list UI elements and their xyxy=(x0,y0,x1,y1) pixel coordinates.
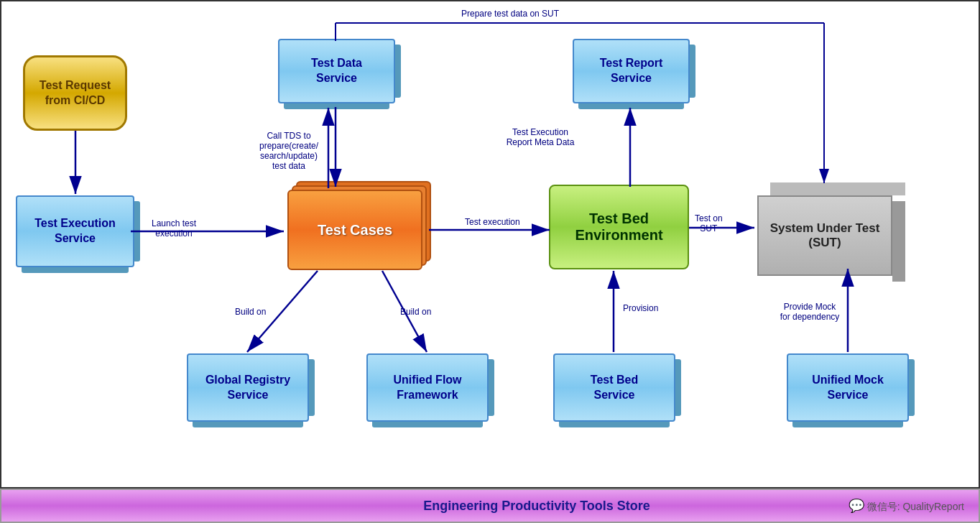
test-execution-arrow-label: Test execution xyxy=(465,217,520,227)
tab-right-3 xyxy=(690,45,695,98)
diagram-container: Test Request from CI/CD Test ExecutionSe… xyxy=(0,0,980,489)
test-request-box: Test Request from CI/CD xyxy=(23,55,127,131)
tab-right-4 xyxy=(309,359,315,416)
test-report-face: Test ReportService xyxy=(573,39,690,103)
unified-mock-face: Unified MockService xyxy=(787,353,909,422)
test-data-face: Test DataService xyxy=(278,39,395,103)
test-execution-report-label: Test ExecutionReport Meta Data xyxy=(497,127,583,147)
watermark: 💬 微信号: QualityReport xyxy=(849,498,964,514)
system-under-test-face: System Under Test(SUT) xyxy=(757,195,892,276)
tab-bottom-4 xyxy=(193,422,303,427)
test-bed-service-box: Test BedService xyxy=(553,353,675,422)
gray-top xyxy=(770,182,905,195)
unified-mock-box: Unified MockService xyxy=(787,353,909,422)
global-registry-label: Global RegistryService xyxy=(205,373,290,403)
tab-bottom-1 xyxy=(22,267,129,273)
unified-flow-label: Unified FlowFramework xyxy=(393,373,461,403)
watermark-icon: 💬 xyxy=(849,499,864,513)
global-registry-face: Global RegistryService xyxy=(187,353,309,422)
tab-bottom-5 xyxy=(372,422,483,427)
build-on-1-label: Build on xyxy=(235,307,266,317)
test-request-label: Test Request from CI/CD xyxy=(25,78,125,108)
tab-bottom-2 xyxy=(284,103,389,109)
bottom-bar: Engineering Productivity Tools Store 💬 微… xyxy=(0,489,980,523)
test-bed-env-label: Test BedEnvironment xyxy=(575,210,662,244)
test-cases-label: Test Cases xyxy=(318,222,392,239)
stack-front: Test Cases xyxy=(287,190,422,270)
tab-bottom-3 xyxy=(578,103,684,109)
test-bed-service-face: Test BedService xyxy=(553,353,675,422)
unified-flow-box: Unified FlowFramework xyxy=(366,353,489,422)
tab-right-7 xyxy=(909,359,915,416)
tab-right-5 xyxy=(489,359,494,416)
global-registry-box: Global RegistryService xyxy=(187,353,309,422)
test-report-label: Test ReportService xyxy=(600,56,663,86)
bottom-bar-label: Engineering Productivity Tools Store xyxy=(95,499,979,514)
test-cases-box: Test Cases xyxy=(287,190,422,270)
test-on-sut-label: Test onSUT xyxy=(695,213,723,233)
tab-right-6 xyxy=(675,359,681,416)
call-tds-label: Call TDS toprepare(create/search/update)… xyxy=(253,131,325,171)
test-execution-face: Test ExecutionService xyxy=(16,195,134,267)
test-data-box: Test DataService xyxy=(278,39,395,103)
system-under-test-label: System Under Test(SUT) xyxy=(770,221,880,250)
tab-right-2 xyxy=(395,45,401,98)
system-under-test-box: System Under Test(SUT) xyxy=(757,195,892,276)
test-report-box: Test ReportService xyxy=(573,39,690,103)
test-bed-service-label: Test BedService xyxy=(591,373,638,403)
test-bed-env-box: Test BedEnvironment xyxy=(549,185,689,269)
gray-right xyxy=(892,201,905,282)
test-data-label: Test DataService xyxy=(311,56,362,86)
launch-test-label: Launch test execution xyxy=(138,218,210,239)
build-on-2-label: Build on xyxy=(400,307,431,317)
test-execution-box: Test ExecutionService xyxy=(16,195,134,267)
unified-flow-face: Unified FlowFramework xyxy=(366,353,489,422)
provision-label: Provision xyxy=(623,303,658,313)
unified-mock-label: Unified MockService xyxy=(812,373,884,403)
provide-mock-label: Provide Mockfor dependency xyxy=(767,302,853,322)
prepare-test-data-label: Prepare test data on SUT xyxy=(461,9,559,19)
tab-bottom-6 xyxy=(559,422,670,427)
watermark-text: 微信号: QualityReport xyxy=(867,501,964,512)
test-execution-label: Test ExecutionService xyxy=(34,216,116,246)
tab-bottom-7 xyxy=(792,422,903,427)
